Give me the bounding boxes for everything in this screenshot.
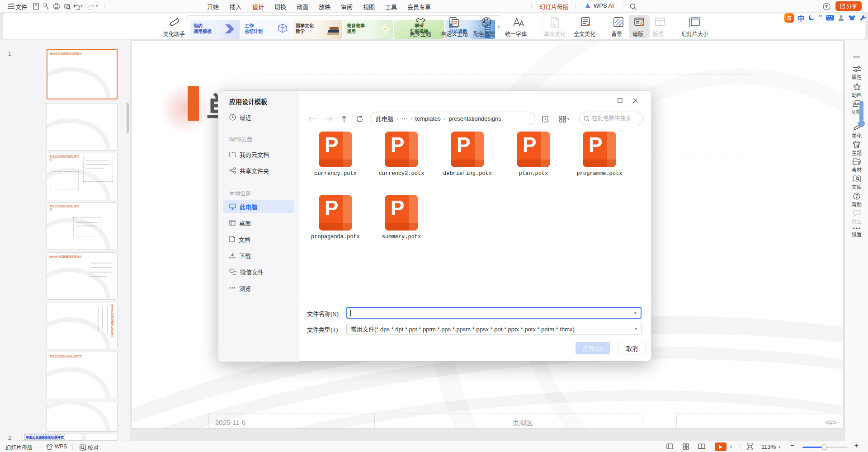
sidebar-item-shared-folder[interactable]: 共享文件夹 bbox=[223, 164, 294, 177]
layout-thumbnail[interactable]: 单击此处编辑母版标题样式 bbox=[47, 302, 118, 349]
template-card-guoxue[interactable]: 国学文化教学 bbox=[292, 20, 342, 39]
sidebar-item-properties[interactable]: 属性 bbox=[845, 66, 868, 80]
sidebar-item-this-pc[interactable]: 此电脑 bbox=[223, 200, 294, 213]
save-icon[interactable] bbox=[32, 2, 41, 11]
zoom-slider-handle[interactable] bbox=[821, 444, 827, 450]
reading-view-icon[interactable] bbox=[698, 443, 705, 449]
refresh-icon[interactable] bbox=[354, 113, 365, 124]
footer-placeholder[interactable]: 页脚区 bbox=[403, 414, 642, 428]
master-thumbnail-1[interactable]: 单击此处编辑母版标题样式 bbox=[47, 49, 118, 99]
template-card-work-summary[interactable]: 工作总结计划 bbox=[241, 20, 291, 39]
file-tile[interactable]: P plan.potx bbox=[505, 132, 562, 177]
sidebar-item-theme[interactable]: 主题 bbox=[845, 141, 868, 156]
custom-theme-button[interactable]: 自定义主题 bbox=[441, 30, 468, 38]
layout-thumbnail[interactable]: 单击此处编辑母版标题样式 bbox=[47, 153, 118, 200]
template-card-education[interactable]: 教育教学通用 bbox=[343, 20, 393, 39]
tab-slide-master[interactable]: 幻灯片母版 bbox=[539, 2, 569, 11]
view-mode-icon[interactable]: ▾ bbox=[557, 113, 572, 124]
cancel-button[interactable]: 取消 bbox=[618, 342, 646, 354]
wps-theme-button[interactable]: WPS bbox=[46, 443, 67, 450]
nav-up-icon[interactable] bbox=[339, 113, 349, 124]
zoom-slider[interactable] bbox=[802, 447, 848, 448]
tab-animation[interactable]: 动画 bbox=[297, 2, 308, 11]
gallery-expand-icon[interactable]: ▾ bbox=[497, 24, 500, 29]
zoom-out-icon[interactable]: − bbox=[790, 442, 794, 450]
filename-input[interactable]: ▾ bbox=[346, 307, 642, 319]
more-commands-icon[interactable]: ▾ bbox=[96, 4, 98, 8]
tab-insert[interactable]: 插入 bbox=[230, 2, 241, 11]
redo-icon[interactable] bbox=[86, 2, 95, 11]
sidebar-item-desktop[interactable]: 桌面 bbox=[223, 217, 294, 229]
zoom-level[interactable]: 113% bbox=[761, 443, 776, 450]
file-tile[interactable]: P summary.potx bbox=[373, 195, 430, 240]
proofread-button[interactable]: 校对 bbox=[80, 443, 99, 451]
layout-thumbnail[interactable]: 单击此处编辑母版标题样式 bbox=[47, 252, 118, 300]
file-tile[interactable]: P propaganda.potx bbox=[307, 195, 364, 240]
sidebar-item-transition[interactable]: 切换 bbox=[845, 100, 868, 115]
full-doc-beautify-button[interactable]: 全文美化 bbox=[574, 30, 595, 38]
path-templates[interactable]: templates bbox=[415, 115, 440, 122]
file-menu[interactable]: 文件 bbox=[15, 2, 27, 11]
sidebar-scroll-indicator[interactable] bbox=[859, 101, 863, 122]
print-icon[interactable] bbox=[52, 2, 61, 11]
chevron-down-icon[interactable]: ▾ bbox=[634, 311, 637, 315]
file-tile[interactable]: P currency2.potx bbox=[373, 132, 430, 177]
file-tile[interactable]: P programme.potx bbox=[571, 132, 628, 177]
thumbnail-scrollbar[interactable] bbox=[127, 103, 129, 133]
layout-thumbnail[interactable]: 单击此处编辑母版标题样式 bbox=[47, 202, 118, 250]
path-root[interactable]: 此电脑 bbox=[376, 114, 393, 123]
sidebar-item-material[interactable]: 素材 bbox=[845, 158, 868, 173]
normal-view-icon[interactable] bbox=[666, 443, 673, 449]
file-tile[interactable]: P debriefing.potx bbox=[439, 132, 496, 177]
wps-ai-menu[interactable]: WPS AI bbox=[594, 2, 614, 9]
tab-review[interactable]: 审阅 bbox=[341, 2, 353, 11]
ime-chinese-mode-icon[interactable]: 中 bbox=[797, 13, 804, 23]
tab-transition[interactable]: 切换 bbox=[274, 2, 286, 11]
date-placeholder[interactable]: 2025-11-6 bbox=[208, 414, 375, 428]
search-icon[interactable] bbox=[628, 2, 637, 11]
close-icon[interactable] bbox=[631, 96, 639, 104]
breadcrumb-path[interactable]: 此电脑 › ⋯ › templates › presentationdesign… bbox=[370, 112, 535, 125]
tab-slideshow[interactable]: 放映 bbox=[319, 2, 330, 11]
zoom-dropdown-icon[interactable]: ▾ bbox=[778, 445, 781, 449]
ime-moon-icon[interactable] bbox=[808, 14, 815, 21]
tab-tools[interactable]: 工具 bbox=[385, 2, 397, 11]
output-icon[interactable] bbox=[42, 2, 51, 11]
tab-member[interactable]: 会员专享 bbox=[407, 2, 431, 11]
filetype-select[interactable]: 常用文件(*.dps *.dpt *.ppt *.pptm *.pps *.pp… bbox=[346, 323, 642, 334]
unify-font-button[interactable]: 统一字体 bbox=[505, 30, 527, 38]
play-slideshow-button[interactable] bbox=[715, 443, 726, 451]
ime-keyboard-icon[interactable] bbox=[826, 15, 834, 21]
layout-thumbnail[interactable] bbox=[47, 103, 118, 151]
ime-wrench-icon[interactable] bbox=[859, 14, 866, 21]
search-input[interactable] bbox=[592, 115, 639, 122]
sidebar-item-help[interactable]: 帮助 bbox=[845, 193, 868, 208]
layout-thumbnail[interactable]: 单击此处编辑母版标题样式 bbox=[47, 352, 118, 399]
template-card-simple[interactable]: 简约通用模板 bbox=[190, 20, 240, 39]
sidebar-item-library[interactable]: 文库 bbox=[845, 175, 868, 190]
tab-home[interactable]: 开始 bbox=[207, 2, 219, 11]
ime-skin-icon[interactable] bbox=[848, 14, 856, 21]
sidebar-item-recent[interactable]: 最近 bbox=[223, 111, 294, 123]
slide-sorter-view-icon[interactable] bbox=[683, 443, 689, 450]
sidebar-item-browse[interactable]: 浏览 bbox=[223, 282, 294, 294]
maximize-icon[interactable] bbox=[616, 96, 624, 104]
path-ellipsis[interactable]: ⋯ bbox=[401, 115, 407, 122]
upload-cloud-icon[interactable] bbox=[822, 2, 831, 11]
sidebar-item-my-cloud-docs[interactable]: 我的云文档 bbox=[223, 148, 294, 160]
layout-thumbnail[interactable] bbox=[47, 402, 118, 432]
path-presentationdesigns[interactable]: presentationdesigns bbox=[448, 115, 501, 122]
more-themes-button[interactable]: 更多主题 bbox=[410, 30, 431, 38]
undo-dropdown-icon[interactable]: ▾ bbox=[80, 4, 83, 8]
file-tile[interactable]: P currency.potx bbox=[307, 132, 364, 177]
sogou-logo-icon[interactable]: S bbox=[784, 13, 794, 23]
master-thumbnail-2[interactable]: 单击此处编辑母版标题样式 bbox=[23, 433, 118, 441]
color-scheme-button[interactable]: 配色方案 bbox=[473, 30, 495, 38]
share-button[interactable]: 分享 bbox=[835, 1, 862, 11]
sidebar-item-wechat-files[interactable]: 微信文件 bbox=[223, 265, 294, 278]
slide-number-placeholder[interactable]: <#> bbox=[676, 414, 843, 428]
sidebar-item-documents[interactable]: 文档 bbox=[223, 233, 294, 245]
fit-slide-icon[interactable] bbox=[747, 443, 753, 450]
tab-design[interactable]: 设计 bbox=[252, 2, 264, 11]
print-preview-icon[interactable] bbox=[63, 2, 72, 11]
